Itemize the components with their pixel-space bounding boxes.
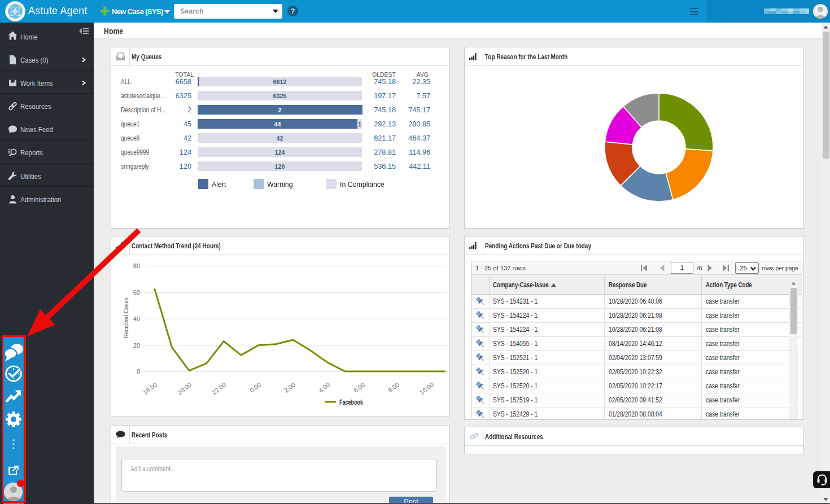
svg-text:22:00: 22:00 <box>211 381 227 396</box>
svg-text:0: 0 <box>137 368 140 375</box>
svg-text:4:00: 4:00 <box>317 381 331 394</box>
svg-text:60: 60 <box>133 289 140 296</box>
svg-text:0:00: 0:00 <box>248 381 262 394</box>
svg-text:6:00: 6:00 <box>352 381 366 394</box>
svg-text:18:00: 18:00 <box>142 381 158 396</box>
svg-text:10:00: 10:00 <box>418 381 435 396</box>
svg-text:20: 20 <box>133 342 140 349</box>
svg-text:40: 40 <box>133 315 140 322</box>
svg-text:Facebook: Facebook <box>339 398 363 406</box>
svg-text:8:00: 8:00 <box>387 381 400 394</box>
svg-text:20:00: 20:00 <box>176 381 193 396</box>
svg-text:Received Cases: Received Cases <box>123 297 129 338</box>
svg-text:2:00: 2:00 <box>283 381 296 394</box>
svg-text:80: 80 <box>133 262 140 269</box>
